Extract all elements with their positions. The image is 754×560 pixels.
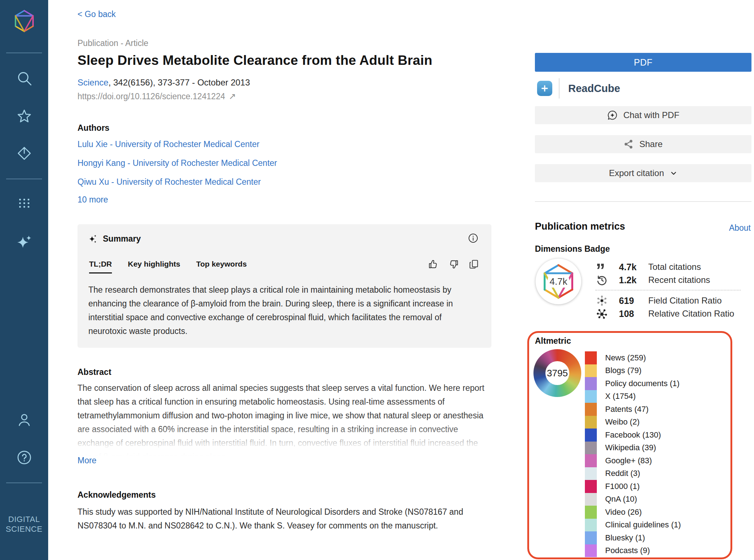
legend-swatch (585, 377, 597, 390)
journal-link[interactable]: Science (78, 78, 108, 87)
sidebar-item-favorites[interactable] (0, 108, 48, 125)
legend-swatch (585, 467, 597, 480)
tab-tldr[interactable]: TL;DR (89, 260, 112, 273)
doi-link[interactable]: https://doi.org/10.1126/science.1241224 (78, 92, 225, 101)
authors-heading: Authors (78, 123, 109, 133)
thumb-up-button[interactable] (428, 259, 439, 269)
thumb-down-icon (448, 259, 459, 269)
digital-science-brand: DIGITAL SCIENCE (0, 514, 48, 534)
chat-with-pdf-button[interactable]: Chat with PDF (535, 106, 751, 124)
dimensions-badge-label: Dimensions Badge (535, 244, 610, 254)
readcube-button[interactable]: ReadCube (535, 80, 751, 97)
metric-row-relative-citation-ratio: 108 Relative Citation Ratio (596, 307, 734, 320)
author-link[interactable]: Hongyi Kang (78, 158, 125, 168)
ai-sparkle-icon (88, 234, 98, 244)
metric-row-field-citation-ratio: 619 Field Citation Ratio (596, 294, 722, 307)
tab-top-keywords[interactable]: Top keywords (196, 260, 247, 273)
metric-label: Recent citations (648, 275, 710, 285)
sidebar-item-export[interactable] (0, 146, 48, 162)
legend-swatch (585, 429, 597, 442)
copy-icon (469, 259, 479, 269)
affiliation-link[interactable]: University of Rochester Medical Center (116, 177, 261, 187)
summary-info-button[interactable] (468, 233, 478, 243)
metric-value: 4.7k (619, 262, 648, 272)
sidebar-item-apps[interactable] (0, 195, 48, 211)
altmetric-source-row[interactable]: Video (26) (585, 506, 681, 519)
legend-label: Policy documents (1) (605, 379, 679, 388)
altmetric-source-row[interactable]: Reddit (3) (585, 467, 681, 480)
go-back-link[interactable]: < Go back (78, 9, 116, 19)
dimensions-logo[interactable] (0, 8, 48, 34)
legend-swatch (585, 531, 597, 544)
legend-swatch (585, 544, 597, 557)
sidebar-divider (6, 482, 42, 483)
altmetric-source-row[interactable]: QnA (10) (585, 493, 681, 506)
altmetric-source-row[interactable]: Wikipedia (39) (585, 442, 681, 455)
legend-label: QnA (10) (605, 494, 637, 504)
author-link[interactable]: Lulu Xie (78, 139, 108, 149)
dimensions-citation-badge[interactable]: 4.7k (536, 259, 581, 304)
abstract-more-link[interactable]: More (78, 456, 96, 465)
altmetric-source-row[interactable]: Facebook (130) (585, 429, 681, 442)
legend-label: News (259) (605, 353, 646, 363)
sidebar-item-help[interactable] (0, 449, 48, 466)
chat-sparkle-icon (607, 110, 618, 121)
altmetric-source-row[interactable]: Blogs (79) (585, 364, 681, 377)
journal-citation-line: Science, 342(6156), 373-377 - October 20… (78, 78, 250, 88)
sidebar-item-profile[interactable] (0, 411, 48, 428)
publication-type-label: Publication - Article (78, 38, 148, 48)
altmetric-source-row[interactable]: X (1754) (585, 390, 681, 403)
altmetric-source-row[interactable]: Podcasts (9) (585, 544, 681, 557)
legend-swatch (585, 519, 597, 532)
field-citation-network-icon (596, 294, 619, 307)
altmetric-source-row[interactable]: F1000 (1) (585, 480, 681, 493)
sidebar-divider (6, 53, 42, 53)
tab-key-highlights[interactable]: Key highlights (128, 260, 180, 273)
altmetric-source-row[interactable]: Patents (47) (585, 403, 681, 416)
abstract-heading: Abstract (78, 367, 111, 377)
apps-grid-icon (17, 196, 32, 211)
legend-swatch (585, 403, 597, 416)
metrics-about-link[interactable]: About (729, 223, 751, 233)
pdf-button[interactable]: PDF (535, 53, 751, 72)
ai-summary-card: Summary TL;DR Key highlights Top keyword… (78, 224, 491, 348)
publication-metrics-heading: Publication metrics (535, 221, 625, 232)
author-link[interactable]: Qiwu Xu (78, 177, 109, 187)
altmetric-source-row[interactable]: News (259) (585, 351, 681, 364)
summary-text: The research demonstrates that sleep pla… (88, 283, 478, 338)
metric-row-recent-citations: 1.2k Recent citations (596, 273, 710, 287)
affiliation-link[interactable]: University of Rochester Medical Center (133, 158, 277, 168)
acknowledgements-heading: Acknowledgements (78, 490, 156, 500)
affiliation-link[interactable]: University of Rochester Medical Center (115, 139, 260, 149)
altmetric-source-row[interactable]: Clinical guidelines (1) (585, 519, 681, 532)
export-citation-button[interactable]: Export citation (535, 164, 751, 182)
sidebar-item-ai[interactable] (0, 234, 48, 251)
altmetric-source-row[interactable]: Google+ (83) (585, 454, 681, 467)
legend-label: Podcasts (9) (605, 546, 650, 555)
star-icon (16, 108, 32, 124)
readcube-plus-icon (537, 81, 552, 96)
metric-label: Relative Citation Ratio (648, 309, 734, 319)
vertical-divider (559, 78, 560, 99)
thumb-down-button[interactable] (448, 259, 459, 269)
altmetric-source-row[interactable]: Weibo (2) (585, 416, 681, 429)
info-icon (468, 233, 478, 243)
altmetric-source-row[interactable]: Policy documents (1) (585, 377, 681, 390)
altmetric-donut[interactable]: 3795 (533, 349, 581, 397)
export-citation-label: Export citation (609, 168, 664, 178)
summary-header: Summary (88, 234, 141, 244)
altmetric-heading: Altmetric (535, 336, 730, 346)
legend-label: Clinical guidelines (1) (605, 520, 681, 530)
share-button[interactable]: Share (535, 135, 751, 153)
share-icon (624, 139, 634, 149)
external-link-icon[interactable]: ↗ (229, 91, 236, 101)
sidebar-item-search[interactable] (0, 70, 48, 87)
citation-details: , 342(6156), 373-377 - October 2013 (108, 78, 250, 87)
summary-actions (428, 259, 479, 269)
copy-button[interactable] (469, 259, 479, 269)
abstract-text: The conservation of sleep across all ani… (78, 381, 491, 456)
altmetric-source-row[interactable]: Bluesky (1) (585, 531, 681, 544)
legend-label: Video (26) (605, 507, 642, 517)
more-authors-link[interactable]: 10 more (78, 195, 108, 205)
metric-label: Field Citation Ratio (648, 296, 722, 306)
